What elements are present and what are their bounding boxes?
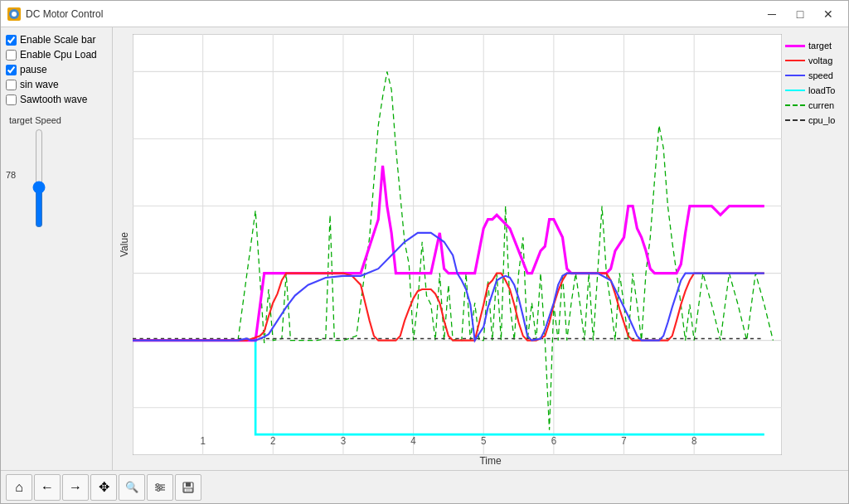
legend-loadtorque-label: loadTo	[808, 85, 835, 95]
legend-cpu-line	[785, 119, 805, 121]
svg-point-34	[157, 483, 159, 486]
svg-text:8: 8	[691, 435, 697, 446]
app-icon	[7, 7, 21, 21]
close-button[interactable]: ✕	[815, 4, 842, 24]
enable-cpu-load-checkbox[interactable]: Enable Cpu Load	[6, 49, 107, 61]
slider-value: 78	[6, 170, 22, 180]
zoom-button[interactable]: 🔍	[119, 474, 145, 501]
target-speed-input[interactable]	[27, 128, 51, 228]
svg-text:2: 2	[270, 435, 275, 446]
chart-legend: target voltag speed loadTo	[782, 34, 848, 455]
svg-text:7: 7	[621, 435, 626, 446]
pan-button[interactable]: ✥	[90, 474, 117, 501]
legend-voltage-label: voltag	[808, 56, 832, 65]
svg-point-35	[160, 486, 163, 488]
window-controls: ─ □ ✕	[759, 4, 842, 24]
svg-text:6: 6	[551, 435, 557, 446]
legend-speed-label: speed	[808, 70, 833, 80]
save-button[interactable]	[175, 474, 201, 501]
svg-text:1: 1	[200, 435, 205, 446]
x-axis-label: Time	[133, 455, 848, 470]
minimize-button[interactable]: ─	[759, 4, 785, 24]
legend-cpu: cpu_lo	[785, 115, 845, 125]
pause-checkbox[interactable]: pause	[6, 64, 107, 75]
chart-container: Value	[113, 34, 848, 455]
svg-rect-38	[186, 482, 191, 487]
legend-current-line	[785, 104, 805, 106]
legend-current: curren	[785, 100, 845, 110]
legend-loadtorque: loadTo	[785, 85, 845, 95]
title-bar: DC Motor Control ─ □ ✕	[1, 1, 848, 27]
svg-text:3: 3	[341, 435, 347, 446]
forward-button[interactable]: →	[62, 474, 89, 501]
legend-target: target	[785, 41, 845, 51]
legend-target-line	[785, 45, 805, 47]
legend-speed: speed	[785, 70, 845, 80]
svg-point-36	[158, 488, 160, 491]
chart-area: Value	[113, 27, 848, 470]
svg-rect-40	[186, 489, 191, 492]
svg-text:4: 4	[410, 435, 416, 446]
legend-speed-line	[785, 75, 805, 76]
legend-cpu-label: cpu_lo	[808, 115, 835, 125]
legend-target-label: target	[808, 41, 832, 51]
chart-svg: 200 150 100 50 0 -50 1 2 3 4 5 6 7	[133, 34, 782, 455]
sawtooth-wave-checkbox[interactable]: Sawtooth wave	[6, 94, 107, 105]
maximize-button[interactable]: □	[787, 4, 813, 24]
legend-voltage-line	[785, 60, 805, 61]
main-window: DC Motor Control ─ □ ✕ Enable Scale bar …	[0, 0, 849, 504]
sidebar: Enable Scale bar Enable Cpu Load pause s…	[1, 27, 113, 470]
slider-label: target Speed	[9, 115, 61, 125]
home-button[interactable]: ⌂	[6, 474, 32, 501]
settings-button[interactable]	[147, 474, 173, 501]
target-speed-slider-section: target Speed 78	[6, 115, 107, 228]
svg-text:5: 5	[481, 435, 487, 446]
svg-point-1	[12, 12, 17, 17]
window-title: DC Motor Control	[26, 8, 759, 20]
legend-current-label: curren	[808, 100, 834, 110]
legend-voltage: voltag	[785, 56, 845, 65]
sin-wave-checkbox[interactable]: sin wave	[6, 79, 107, 90]
chart-inner: 200 150 100 50 0 -50 1 2 3 4 5 6 7	[133, 34, 782, 455]
toolbar: ⌂ ← → ✥ 🔍	[1, 470, 848, 503]
legend-loadtorque-line	[785, 90, 805, 91]
back-button[interactable]: ←	[34, 474, 61, 501]
main-content: Enable Scale bar Enable Cpu Load pause s…	[1, 27, 848, 470]
y-axis-label: Value	[116, 34, 133, 455]
enable-scale-bar-checkbox[interactable]: Enable Scale bar	[6, 34, 107, 46]
